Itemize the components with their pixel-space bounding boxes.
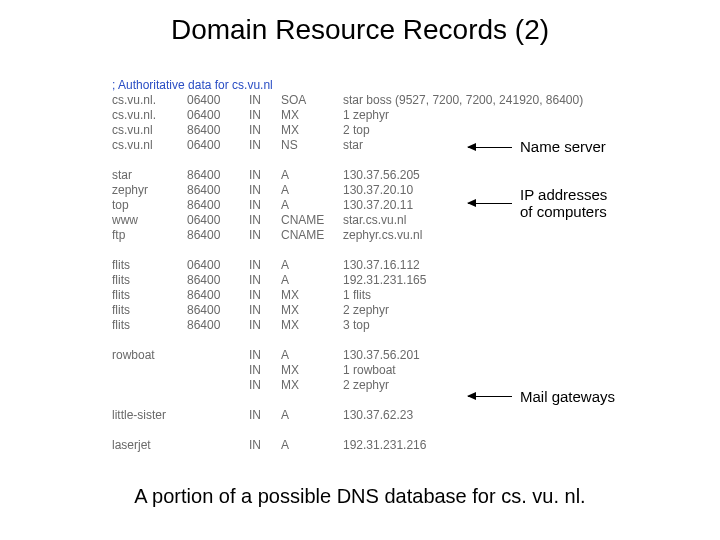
slide-title: Domain Resource Records (2) <box>0 14 720 46</box>
table-row: cs.vu.nl.06400INMX1 zephyr <box>112 108 583 123</box>
table-row: flits86400INMX2 zephyr <box>112 303 583 318</box>
table-row: flits06400INA130.37.16.112 <box>112 258 583 273</box>
arrow-ipaddresses <box>468 203 512 204</box>
table-row: little-sisterINA130.37.62.23 <box>112 408 583 423</box>
table-row: INMX2 zephyr <box>112 378 583 393</box>
table-row: flits86400INMX3 top <box>112 318 583 333</box>
table-row: rowboatINA130.37.56.201 <box>112 348 583 363</box>
table-row: cs.vu.nl.06400INSOAstar boss (9527, 7200… <box>112 93 583 108</box>
table-row: flits86400INMX1 flits <box>112 288 583 303</box>
arrow-mailgateways <box>468 396 512 397</box>
table-row: ftp86400INCNAMEzephyr.cs.vu.nl <box>112 228 583 243</box>
table-row: top86400INA130.37.20.11 <box>112 198 583 213</box>
table-row: star86400INA130.37.56.205 <box>112 168 583 183</box>
table-row: cs.vu.nl06400INNSstar <box>112 138 583 153</box>
table-row: laserjetINA192.31.231.216 <box>112 438 583 453</box>
label-ipaddresses: IP addresses of computers <box>520 186 607 220</box>
table-row: flits86400INA192.31.231.165 <box>112 273 583 288</box>
label-nameserver: Name server <box>520 138 606 155</box>
label-ipaddresses-line1: IP addresses <box>520 186 607 203</box>
table-row: INMX1 rowboat <box>112 363 583 378</box>
label-ipaddresses-line2: of computers <box>520 203 607 220</box>
arrow-nameserver <box>468 147 512 148</box>
dns-records-table: cs.vu.nl.06400INSOAstar boss (9527, 7200… <box>112 78 583 453</box>
table-row: www06400INCNAMEstar.cs.vu.nl <box>112 213 583 228</box>
table-row: cs.vu.nl86400INMX2 top <box>112 123 583 138</box>
slide-caption: A portion of a possible DNS database for… <box>0 485 720 508</box>
table-row: zephyr86400INA130.37.20.10 <box>112 183 583 198</box>
label-mailgateways: Mail gateways <box>520 388 615 405</box>
